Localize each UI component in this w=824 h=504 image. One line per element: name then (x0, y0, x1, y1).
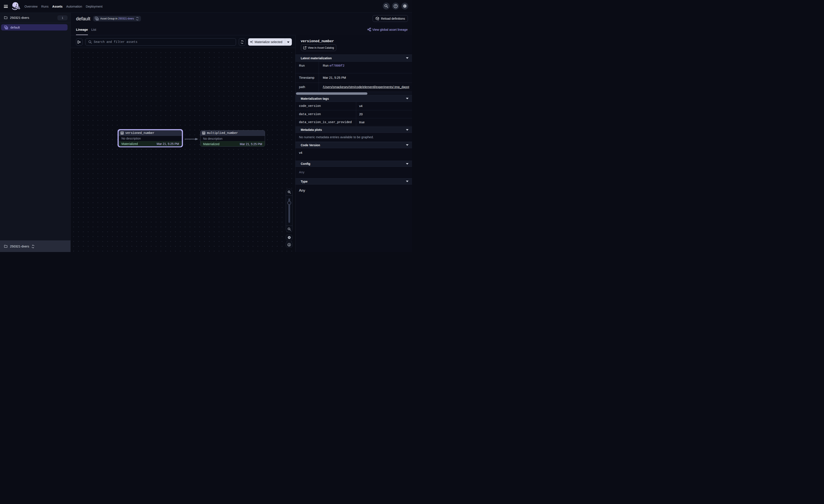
svg-text:?: ? (395, 5, 396, 7)
